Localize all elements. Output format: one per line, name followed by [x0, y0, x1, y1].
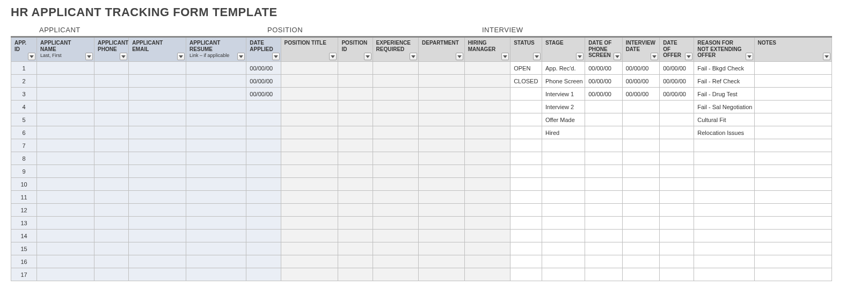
cell-app_id[interactable]: 8 — [11, 152, 37, 165]
cell-app_id[interactable]: 16 — [11, 255, 37, 268]
cell-reason[interactable] — [694, 152, 754, 165]
cell-app_id[interactable]: 6 — [11, 126, 37, 139]
cell-exp_req[interactable] — [373, 242, 419, 255]
cell-app_id[interactable]: 11 — [11, 191, 37, 204]
cell-app_email[interactable] — [129, 62, 186, 75]
cell-hiring_mgr[interactable] — [464, 255, 510, 268]
cell-dept[interactable] — [419, 217, 465, 230]
cell-exp_req[interactable] — [373, 268, 419, 281]
cell-hiring_mgr[interactable] — [464, 204, 510, 217]
cell-app_phone[interactable] — [94, 139, 129, 152]
cell-app_resume[interactable] — [186, 178, 246, 191]
cell-int_date[interactable] — [622, 242, 660, 255]
cell-offer_date[interactable] — [660, 217, 694, 230]
cell-status[interactable] — [510, 152, 542, 165]
cell-date_applied[interactable] — [246, 204, 281, 217]
cell-date_applied[interactable] — [246, 242, 281, 255]
cell-stage[interactable]: Interview 1 — [542, 88, 585, 101]
cell-app_phone[interactable] — [94, 88, 129, 101]
cell-int_date[interactable]: 00/00/00 — [622, 75, 660, 88]
cell-pos_title[interactable] — [281, 191, 338, 204]
cell-app_phone[interactable] — [94, 178, 129, 191]
filter-button-exp_req[interactable] — [410, 53, 417, 60]
cell-exp_req[interactable] — [373, 255, 419, 268]
cell-app_id[interactable]: 15 — [11, 242, 37, 255]
cell-status[interactable] — [510, 255, 542, 268]
filter-button-pos_title[interactable] — [329, 53, 337, 60]
cell-pos_id[interactable] — [338, 204, 373, 217]
cell-notes[interactable] — [754, 75, 831, 88]
cell-notes[interactable] — [754, 88, 831, 101]
cell-pos_title[interactable] — [281, 165, 338, 178]
cell-app_id[interactable]: 13 — [11, 217, 37, 230]
cell-status[interactable] — [510, 204, 542, 217]
cell-date_applied[interactable] — [246, 230, 281, 242]
cell-app_resume[interactable] — [186, 217, 246, 230]
cell-hiring_mgr[interactable] — [464, 139, 510, 152]
cell-int_date[interactable] — [622, 101, 660, 113]
cell-app_phone[interactable] — [94, 204, 129, 217]
cell-notes[interactable] — [754, 152, 831, 165]
cell-phone_date[interactable]: 00/00/00 — [585, 62, 623, 75]
cell-stage[interactable] — [542, 178, 585, 191]
cell-status[interactable] — [510, 165, 542, 178]
cell-pos_title[interactable] — [281, 217, 338, 230]
cell-app_id[interactable]: 4 — [11, 101, 37, 113]
cell-phone_date[interactable] — [585, 139, 623, 152]
cell-status[interactable] — [510, 230, 542, 242]
cell-notes[interactable] — [754, 191, 831, 204]
cell-app_id[interactable]: 1 — [11, 62, 37, 75]
cell-dept[interactable] — [419, 88, 465, 101]
cell-app_name[interactable] — [37, 139, 94, 152]
cell-notes[interactable] — [754, 126, 831, 139]
cell-pos_title[interactable] — [281, 126, 338, 139]
cell-app_email[interactable] — [129, 75, 186, 88]
cell-status[interactable]: OPEN — [510, 62, 542, 75]
cell-offer_date[interactable] — [660, 113, 694, 126]
cell-pos_title[interactable] — [281, 255, 338, 268]
cell-app_id[interactable]: 14 — [11, 230, 37, 242]
cell-date_applied[interactable]: 00/00/00 — [246, 88, 281, 101]
cell-app_resume[interactable] — [186, 88, 246, 101]
cell-notes[interactable] — [754, 242, 831, 255]
cell-exp_req[interactable] — [373, 126, 419, 139]
cell-reason[interactable] — [694, 165, 754, 178]
cell-status[interactable] — [510, 217, 542, 230]
cell-dept[interactable] — [419, 178, 465, 191]
cell-app_id[interactable]: 10 — [11, 178, 37, 191]
cell-app_resume[interactable] — [186, 255, 246, 268]
cell-app_email[interactable] — [129, 191, 186, 204]
cell-int_date[interactable] — [622, 126, 660, 139]
cell-status[interactable] — [510, 191, 542, 204]
cell-app_id[interactable]: 5 — [11, 113, 37, 126]
cell-reason[interactable] — [694, 178, 754, 191]
cell-app_name[interactable] — [37, 204, 94, 217]
cell-app_phone[interactable] — [94, 268, 129, 281]
filter-button-reason[interactable] — [746, 53, 753, 60]
cell-notes[interactable] — [754, 268, 831, 281]
filter-button-app_name[interactable] — [85, 53, 93, 60]
cell-app_email[interactable] — [129, 217, 186, 230]
cell-app_name[interactable] — [37, 217, 94, 230]
cell-pos_title[interactable] — [281, 139, 338, 152]
cell-phone_date[interactable] — [585, 268, 623, 281]
cell-int_date[interactable] — [622, 113, 660, 126]
cell-reason[interactable]: Cultural Fit — [694, 113, 754, 126]
cell-dept[interactable] — [419, 255, 465, 268]
cell-app_resume[interactable] — [186, 152, 246, 165]
cell-pos_title[interactable] — [281, 88, 338, 101]
cell-dept[interactable] — [419, 268, 465, 281]
cell-int_date[interactable] — [622, 152, 660, 165]
cell-app_name[interactable] — [37, 191, 94, 204]
cell-hiring_mgr[interactable] — [464, 242, 510, 255]
cell-reason[interactable]: Fail - Bkgd Check — [694, 62, 754, 75]
cell-pos_id[interactable] — [338, 101, 373, 113]
cell-app_name[interactable] — [37, 88, 94, 101]
cell-int_date[interactable] — [622, 139, 660, 152]
cell-phone_date[interactable]: 00/00/00 — [585, 88, 623, 101]
cell-app_email[interactable] — [129, 178, 186, 191]
cell-phone_date[interactable] — [585, 204, 623, 217]
cell-phone_date[interactable] — [585, 113, 623, 126]
cell-stage[interactable] — [542, 255, 585, 268]
cell-notes[interactable] — [754, 139, 831, 152]
